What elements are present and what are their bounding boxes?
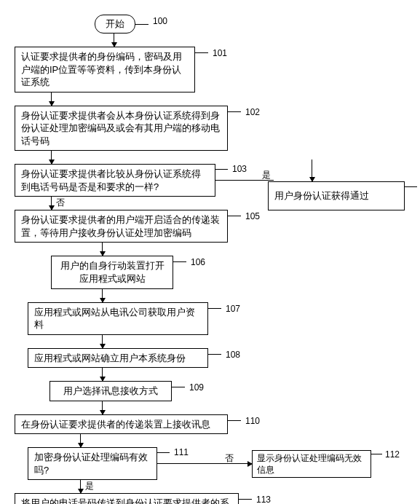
node-num-106: 106	[191, 257, 205, 267]
node-num-112: 112	[385, 449, 400, 460]
node-num-109: 109	[189, 382, 204, 393]
node-num-108: 108	[226, 350, 240, 360]
node-111: 加密身份认证处理编码有效吗? 111	[28, 447, 157, 480]
node-num-101: 101	[213, 48, 227, 58]
node-103: 身份认证要求提供者比较从身份认证系统得到电话号码是否是和要求的一样? 103	[15, 164, 215, 197]
node-104: 用户身份认证获得通过 104	[268, 181, 405, 210]
node-label: 将用户的电话号码传送到身份认证要求提供者的系统，由身份认证要求提供者比较电话号码	[21, 497, 229, 504]
node-102: 身份认证要求提供者会从本身份认证系统得到身份认证处理加密编码及或会有其用户端的移…	[15, 106, 228, 151]
node-113: 将用户的电话号码传送到身份认证要求提供者的系统，由身份认证要求提供者比较电话号码	[15, 493, 239, 504]
node-label: 应用程式或网站从电讯公司获取用户资料	[34, 307, 195, 331]
node-107: 应用程式或网站从电讯公司获取用户资料	[28, 302, 208, 335]
node-num-111: 111	[174, 446, 189, 458]
node-109: 用户选择讯息接收方式	[49, 381, 172, 401]
terminal-start: 开始	[95, 15, 135, 34]
node-num-100: 100	[153, 16, 167, 26]
node-num-102: 102	[245, 107, 260, 117]
node-num-110: 110	[245, 416, 260, 426]
node-label: 认证要求提供者的身份编码，密码及用户端的IP位置等等资料，传到本身份认证系统	[21, 51, 182, 87]
node-label: 身份认证要求提供者比较从身份认证系统得到电话号码是否是和要求的一样?	[21, 168, 201, 192]
node-label: 在身份认证要求提供者的传递装置上接收讯息	[21, 419, 210, 430]
node-num-105: 105	[245, 211, 260, 221]
branch-no-2: 否	[225, 452, 234, 465]
node-label: 身份认证要求提供者会从本身份认证系统得到身份认证处理加密编码及或会有其用户端的移…	[21, 110, 220, 146]
branch-no: 否	[56, 197, 65, 209]
node-101: 认证要求提供者的身份编码，密码及用户端的IP位置等等资料，传到本身份认证系统	[15, 47, 195, 92]
node-num-113: 113	[256, 495, 271, 504]
node-110: 在身份认证要求提供者的传递装置上接收讯息	[15, 414, 228, 435]
node-label: 用户选择讯息接收方式	[63, 385, 158, 396]
node-105: 身份认证要求提供者的用户端开启适合的传递装置，等待用户接收身份认证处理加密编码	[15, 210, 228, 243]
node-label: 加密身份认证处理编码有效吗?	[34, 452, 148, 476]
node-label: 用户身份认证获得通过	[274, 190, 369, 201]
node-112: 显示身份认证处理编码无效信息 112	[252, 450, 371, 478]
node-label: 开始	[106, 18, 124, 29]
node-106: 用户的自身行动装置打开应用程式或网站	[51, 256, 173, 288]
node-label: 显示身份认证处理编码无效信息	[257, 453, 362, 475]
node-num-103: 103	[232, 163, 247, 175]
node-108: 应用程式或网站确立用户本系统身份	[28, 348, 208, 369]
flowchart-container: 开始 100 认证要求提供者的身份编码，密码及用户端的IP位置等等资料，传到本身…	[15, 15, 405, 504]
node-num-107: 107	[226, 304, 240, 314]
node-label: 身份认证要求提供者的用户端开启适合的传递装置，等待用户接收身份认证处理加密编码	[21, 214, 220, 238]
branch-yes-2: 是	[85, 480, 94, 492]
node-label: 应用程式或网站确立用户本系统身份	[34, 353, 186, 363]
node-label: 用户的自身行动装置打开应用程式或网站	[60, 260, 165, 284]
